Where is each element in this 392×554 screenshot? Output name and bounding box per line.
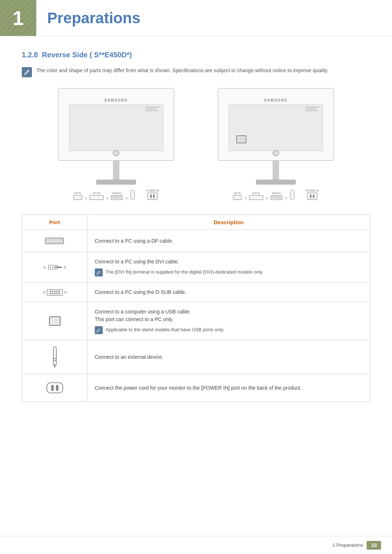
port-group-dp-1: DP IN <box>73 192 82 200</box>
port-cell-dvi <box>22 252 87 283</box>
dot-4 <box>245 197 246 199</box>
section-heading: 1.2.8 Reverse Side ( S**E450D*) <box>22 51 370 59</box>
port-label-dvi-2: DVI IN <box>252 192 260 194</box>
desc-text-power: Connect the power cord for your monitor … <box>95 385 302 391</box>
headphone-icon-svg <box>48 346 61 368</box>
desc-text-dvi: Connect to a PC using the DVI cable. <box>95 259 179 264</box>
port-cell-usb <box>22 302 87 340</box>
desc-cell-headphone: Connect to an external device. <box>87 340 370 374</box>
pencil-icon <box>24 69 30 75</box>
dvi-note: The [DVI IN] terminal is supplied for th… <box>95 268 363 276</box>
dp-icon-svg <box>44 236 66 246</box>
footer-page-number: 33 <box>367 541 381 550</box>
headphone-port-icon <box>29 346 80 368</box>
rgb-dot-left <box>43 291 45 294</box>
port-dvi-1 <box>90 195 103 200</box>
usb-box <box>49 316 61 326</box>
stand-base-1 <box>96 180 136 185</box>
monitor-diagram-1: SAMSUNG DP IN <box>47 88 185 200</box>
usb-box-2 <box>236 135 246 143</box>
screen-lines-2 <box>305 107 320 111</box>
port-label-dp-1: DP IN <box>74 192 81 194</box>
port-group-headphone-1 <box>130 189 135 200</box>
monitor-body-1: SAMSUNG <box>58 88 174 161</box>
screen-lines-1 <box>146 107 160 111</box>
dot-2 <box>106 197 108 199</box>
section-number: 1.2.8 <box>22 51 38 59</box>
port-dvi-2 <box>249 195 263 200</box>
desc-text-usb-1: Connect to a computer using a USB cable. <box>95 309 191 315</box>
svg-rect-7 <box>56 385 58 391</box>
dvi-port-icon <box>29 265 80 270</box>
table-row: Connect to a computer using a USB cable.… <box>22 302 370 340</box>
footer-section-label: 1 Preparations <box>332 542 363 548</box>
rgb-dot-right <box>64 291 67 294</box>
monitor-diagram-2: SAMSUNG DP <box>207 88 345 200</box>
usb-note: Applicable to the stand models that have… <box>95 326 363 334</box>
port-group-power-2: POWER IN <box>306 189 319 200</box>
chapter-number: 1 <box>12 6 24 30</box>
dvi-row2 <box>48 267 62 268</box>
table-row: Connect to a PC using the DVI cable. The… <box>22 252 370 283</box>
port-group-headphone-2 <box>290 189 294 200</box>
table-row: Connect to an external device. <box>22 340 370 374</box>
brand-1: SAMSUNG <box>104 98 128 102</box>
port-label-rgb-1: RGB IN <box>113 192 121 194</box>
neck-connector-1 <box>113 150 119 156</box>
chapter-title-block: Preparations <box>36 0 392 36</box>
port-group-power-1: POWER IN <box>146 189 159 200</box>
rgb-port-icon <box>29 289 80 296</box>
table-header-desc: Description <box>87 215 370 230</box>
port-cell-headphone <box>22 340 87 374</box>
desc-text-dp: Connect to a PC using a DP cable. <box>95 238 173 244</box>
power-icon-svg <box>45 380 65 396</box>
svg-rect-1 <box>46 239 62 243</box>
section-title: Reverse Side ( S**E450D*) <box>42 51 132 59</box>
port-cell-dp <box>22 230 87 252</box>
pencil-icon-small <box>96 270 101 275</box>
svg-rect-6 <box>51 385 54 391</box>
port-group-dp-2: DP IN <box>233 192 242 200</box>
port-power-2 <box>307 193 317 200</box>
top-note: The color and shape of parts may differ … <box>22 66 370 77</box>
svg-rect-5 <box>47 383 63 393</box>
power-port-icon <box>29 380 80 396</box>
screen-2 <box>229 104 323 151</box>
dvi-dot-left <box>44 266 46 268</box>
dvi-dot-right <box>64 266 66 268</box>
chapter-title: Preparations <box>47 9 140 27</box>
main-content: 1.2.8 Reverse Side ( S**E450D*) The colo… <box>0 36 392 424</box>
port-cell-power <box>22 374 87 402</box>
svg-rect-3 <box>53 358 56 365</box>
stand-neck-2 <box>273 161 279 180</box>
header-banner: 1 Preparations <box>0 0 392 36</box>
dvi-note-text: The [DVI IN] terminal is supplied for th… <box>106 268 264 276</box>
desc-text-usb-2: This port can connect to a PC only. <box>95 316 173 322</box>
port-group-dvi-1: DVI IN <box>90 192 103 200</box>
desc-cell-dp: Connect to a PC using a DP cable. <box>87 230 370 252</box>
table-row: Connect the power cord for your monitor … <box>22 374 370 402</box>
port-label-power-2: POWER IN <box>306 189 319 192</box>
port-group-rgb-2: RGB IN <box>271 192 282 200</box>
port-label-rgb-2: RGB IN <box>272 192 281 194</box>
desc-cell-power: Connect the power cord for your monitor … <box>87 374 370 402</box>
desc-cell-rgb: Connect to a PC using the D-SUB cable. <box>87 283 370 302</box>
note-text: The color and shape of parts may differ … <box>36 66 328 74</box>
table-row: Connect to a PC using a DP cable. <box>22 230 370 252</box>
table-header-port: Port <box>22 215 87 230</box>
dvi-row3 <box>48 268 62 270</box>
monitor-body-2: SAMSUNG <box>218 88 334 161</box>
port-power-1 <box>147 193 158 200</box>
port-rgb-1 <box>111 195 123 200</box>
dot-3 <box>126 197 127 199</box>
screen-1 <box>69 104 163 151</box>
port-dp-1 <box>73 195 82 200</box>
port-headphone-2 <box>290 190 294 200</box>
chapter-number-block: 1 <box>0 0 36 36</box>
rgb-connector <box>47 289 63 296</box>
usb-note-text: Applicable to the stand models that have… <box>106 326 224 333</box>
desc-cell-usb: Connect to a computer using a USB cable.… <box>87 302 370 340</box>
brand-2: SAMSUNG <box>264 98 287 102</box>
table-row: Connect to a PC using the D-SUB cable. <box>22 283 370 302</box>
ports-row-2: DP IN DVI IN RGB IN <box>233 189 319 200</box>
